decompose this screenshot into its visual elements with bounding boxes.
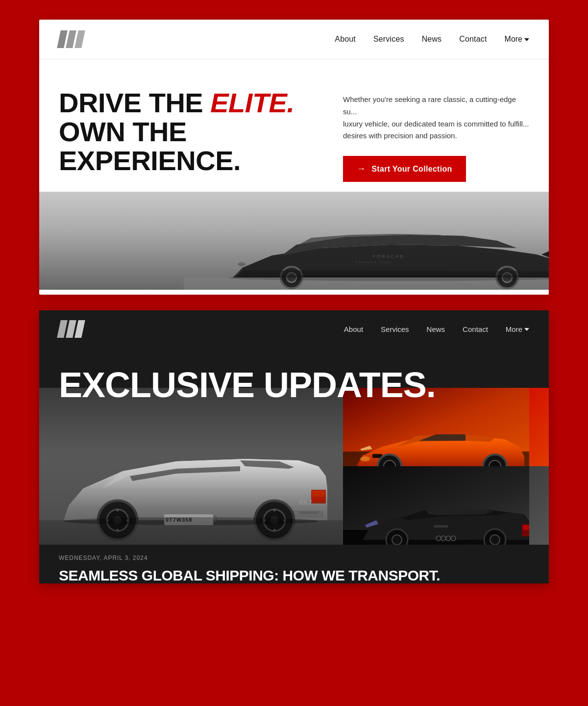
nav-top: About Services News Contact More [39, 20, 549, 59]
car-side-images [343, 388, 549, 545]
cars-grid: 0T7W358 RS 7 [39, 388, 549, 545]
nav-links: About Services News Contact More [335, 35, 529, 44]
exclusive-title: EXCLUSIVE UPDATES. [59, 367, 529, 403]
black-car-svg [343, 466, 529, 545]
nav-more-label: More [505, 35, 522, 44]
svg-point-20 [193, 516, 199, 522]
svg-point-7 [238, 262, 245, 266]
hero-title-line2: OWN THE EXPERIENCE. [59, 116, 241, 176]
nav-about[interactable]: About [335, 35, 356, 44]
svg-point-22 [205, 516, 211, 522]
nav-more-dark-label: More [506, 325, 522, 333]
site-top: About Services News Contact More DRIVE T… [39, 20, 549, 295]
svg-text:Panamera Turbo: Panamera Turbo [355, 260, 391, 264]
nav-links-dark: About Services News Contact More [344, 325, 529, 333]
nav-news[interactable]: News [422, 35, 442, 44]
hero-title-line1: DRIVE THE [59, 87, 203, 118]
svg-point-41 [64, 517, 318, 525]
svg-rect-14 [260, 510, 323, 518]
hero-car-image: PORSCHE Panamera Turbo [39, 192, 549, 290]
svg-rect-52 [434, 525, 448, 528]
nav-dark-about[interactable]: About [344, 325, 363, 333]
hero-body-text: Whether you're seeking a rare classic, a… [343, 94, 529, 142]
logo-bar-3 [74, 30, 85, 48]
logo-dark-bar-3 [74, 320, 85, 338]
svg-rect-12 [39, 520, 343, 545]
cta-label: Start Your Collection [371, 165, 452, 174]
nav-dark-news[interactable]: News [427, 325, 445, 333]
news-section: WEDNESDAY, APRIL 3, 2024 SEAMLESS GLOBAL… [39, 555, 549, 583]
svg-rect-11 [39, 388, 343, 545]
site-bottom: About Services News Contact More EXCLUSI… [39, 310, 549, 583]
page-wrapper: About Services News Contact More DRIVE T… [0, 0, 588, 603]
chevron-down-icon [524, 38, 529, 41]
svg-point-60 [392, 535, 402, 545]
logo-dark [59, 320, 83, 338]
svg-rect-19 [312, 497, 325, 501]
nav-more[interactable]: More [505, 35, 529, 44]
nav-dark-services[interactable]: Services [381, 325, 409, 333]
svg-point-49 [360, 456, 370, 461]
svg-rect-17 [311, 490, 326, 504]
hero-headline: DRIVE THE ELITE. OWN THE EXPERIENCE. [59, 89, 314, 175]
svg-point-25 [107, 509, 128, 531]
porsche-car-svg: PORSCHE Panamera Turbo [184, 192, 549, 290]
cta-arrow-icon: → [357, 164, 366, 174]
nav-dark-contact[interactable]: Contact [463, 325, 488, 333]
logo [59, 30, 83, 48]
cta-button[interactable]: → Start Your Collection [343, 156, 466, 182]
svg-point-26 [114, 516, 122, 524]
nav-contact[interactable]: Contact [459, 35, 487, 44]
news-date: WEDNESDAY, APRIL 3, 2024 [59, 555, 529, 561]
svg-rect-18 [312, 491, 325, 497]
svg-rect-54 [523, 525, 529, 530]
nav-more-dark[interactable]: More [506, 325, 529, 333]
svg-point-21 [199, 516, 205, 522]
nav-dark: About Services News Contact More [39, 310, 549, 348]
nav-services[interactable]: Services [373, 35, 404, 44]
svg-point-62 [490, 535, 500, 545]
car-main-image: 0T7W358 RS 7 [39, 388, 343, 545]
svg-point-23 [211, 516, 217, 522]
svg-text:PORSCHE: PORSCHE [372, 254, 405, 259]
svg-text:RS 7: RS 7 [299, 499, 312, 506]
chevron-down-dark-icon [524, 328, 529, 331]
svg-point-24 [98, 501, 137, 540]
svg-point-32 [264, 509, 285, 531]
hero-title: DRIVE THE ELITE. OWN THE EXPERIENCE. [59, 89, 314, 175]
audi-rs7-svg: 0T7W358 RS 7 [39, 388, 343, 545]
hero-section: DRIVE THE ELITE. OWN THE EXPERIENCE. Whe… [39, 59, 549, 295]
svg-point-31 [255, 501, 294, 540]
news-headline: SEAMLESS GLOBAL SHIPPING: HOW WE TRANSPO… [59, 567, 529, 583]
svg-rect-38 [164, 514, 213, 525]
svg-text:0T7W358: 0T7W358 [166, 517, 193, 523]
svg-rect-16 [299, 511, 318, 514]
car-placeholder: PORSCHE Panamera Turbo [39, 192, 549, 290]
car-black-image [343, 466, 549, 545]
svg-rect-15 [265, 511, 289, 514]
svg-rect-13 [39, 520, 343, 522]
svg-point-33 [270, 516, 278, 524]
hero-content-row: DRIVE THE ELITE. OWN THE EXPERIENCE. Whe… [39, 59, 549, 192]
hero-right: Whether you're seeking a rare classic, a… [343, 89, 529, 182]
hero-title-elite: ELITE. [210, 87, 294, 118]
exclusive-section: EXCLUSIVE UPDATES. [39, 348, 549, 403]
